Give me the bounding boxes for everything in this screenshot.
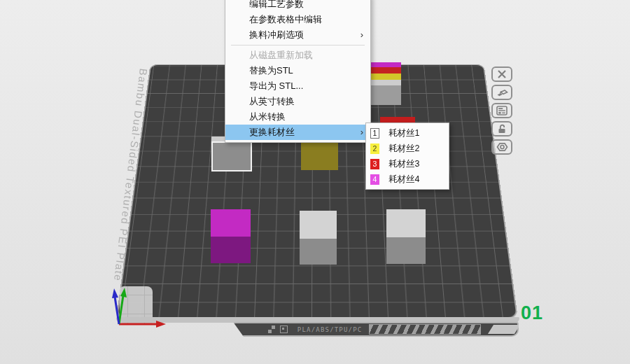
submenu-item-filament-1[interactable]: 1 耗材丝1 (366, 125, 449, 141)
menu-item-change-filament[interactable]: 更换耗材丝 › (225, 125, 370, 140)
filament-color-swatch: 3 (370, 159, 379, 169)
striped-multicolor-cube[interactable] (369, 62, 401, 105)
plate-front-rim (116, 317, 519, 323)
plate-corner-tab (488, 325, 520, 334)
filament-color-swatch: 4 (370, 174, 379, 185)
plate-front-band: PLA/ABS/TPU/PC (233, 322, 519, 337)
menu-item-reload-from-disk[interactable]: 从磁盘重新加载 (225, 48, 370, 63)
cube-top-face (300, 211, 337, 239)
submenu-item-filament-3[interactable]: 3 耗材丝3 (366, 156, 449, 172)
delete-plate-button[interactable] (491, 66, 512, 82)
menu-item-export-stl[interactable]: 导出为 STL... (225, 78, 370, 94)
cube-stripe (369, 67, 401, 74)
submenu-item-filament-4[interactable]: 4 耗材丝4 (366, 172, 449, 187)
menu-item-convert-from-inch[interactable]: 从英寸转换 (225, 94, 370, 109)
cube-top-face (211, 209, 251, 237)
menu-separator (231, 45, 365, 46)
selected-cube-front-face (211, 141, 252, 172)
plate-settings-icon (496, 106, 507, 115)
chevron-right-icon: › (360, 125, 363, 140)
plate-settings-button[interactable] (491, 103, 512, 118)
gray-cube-right[interactable] (386, 209, 426, 264)
menu-item-edit-in-table[interactable]: 在参数表格中编辑 (225, 12, 370, 27)
plate-config-button[interactable] (491, 139, 512, 155)
filament-color-swatch: 2 (370, 144, 379, 154)
menu-item-edit-process[interactable]: 编辑工艺参数 (225, 0, 370, 12)
clean-plate-button[interactable] (491, 85, 512, 100)
plate-checker-marker-icon (268, 326, 275, 333)
cube-stripe (369, 74, 401, 80)
magenta-cube[interactable] (211, 209, 251, 263)
context-menu: 编辑工艺参数 在参数表格中编辑 换料冲刷选项 › 从磁盘重新加载 替换为STL … (225, 0, 371, 143)
cube-stripe (369, 62, 401, 67)
submenu-item-filament-2[interactable]: 2 耗材丝2 (366, 141, 449, 156)
lock-plate-button[interactable] (491, 121, 512, 136)
slicer-viewport: Bambu Dual-Sided Textured PEI Plate PLA/… (0, 0, 630, 364)
gray-cube-middle[interactable] (300, 211, 337, 265)
plate-toolbar (491, 66, 512, 155)
clean-plate-icon (496, 88, 508, 97)
nut-icon (496, 142, 508, 152)
cube-stripe (369, 85, 401, 105)
cube-front-face (300, 239, 337, 265)
origin-axes-icon (104, 281, 174, 329)
plate-hatch-pattern (369, 324, 481, 335)
plate-number-label: 01 (521, 302, 543, 324)
cube-front-face (211, 237, 251, 263)
plate-qr-marker-icon (280, 326, 287, 333)
cube-top-face (386, 209, 426, 237)
menu-item-convert-from-meter[interactable]: 从米转换 (225, 109, 370, 125)
menu-item-replace-with-stl[interactable]: 替换为STL (225, 63, 370, 78)
filament-submenu: 1 耗材丝1 2 耗材丝2 3 耗材丝3 4 耗材丝4 (365, 122, 449, 190)
cube-front-face (386, 237, 426, 264)
filament-color-swatch: 1 (370, 128, 379, 139)
close-icon (496, 70, 507, 78)
olive-cube[interactable] (301, 142, 338, 170)
unlock-icon (496, 124, 507, 134)
menu-item-flush-options[interactable]: 换料冲刷选项 › (225, 27, 370, 43)
chevron-right-icon: › (360, 27, 363, 43)
plate-material-label: PLA/ABS/TPU/PC (298, 326, 363, 333)
cube-stripe (369, 80, 401, 85)
